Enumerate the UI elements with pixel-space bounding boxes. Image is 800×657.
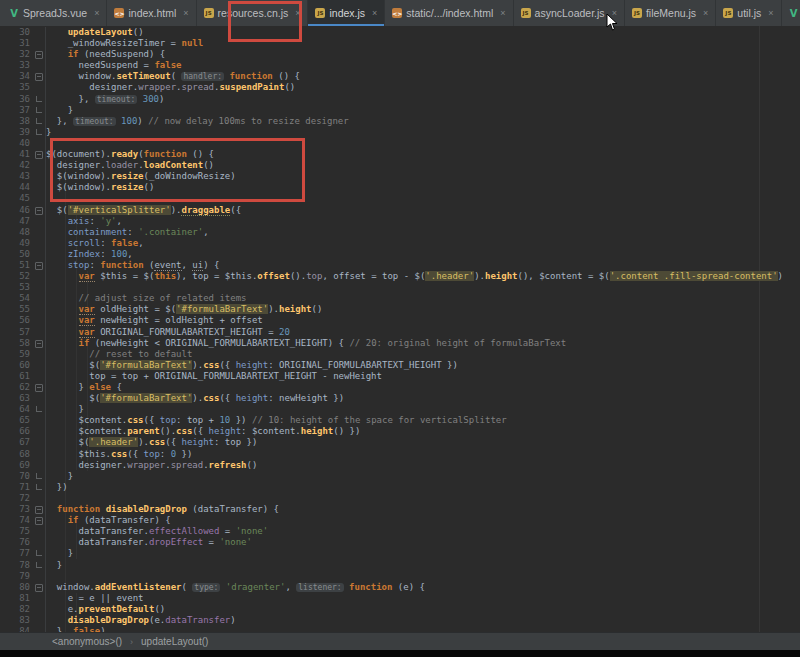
code-text[interactable]: containment: '.container',: [46, 227, 209, 238]
code-line: 82 e.preventDefault(): [0, 604, 800, 615]
line-number: 59: [0, 349, 34, 360]
tab-index.js[interactable]: JSindex.js×: [308, 0, 385, 26]
tab-SpreadJs.vue[interactable]: VSpreadJs.vue×: [2, 0, 107, 26]
line-number: 52: [0, 271, 34, 282]
code-text[interactable]: }): [46, 482, 68, 493]
code-line: 83 disableDragDrop(e.dataTransfer): [0, 615, 800, 626]
fold-collapse-icon[interactable]: [35, 262, 43, 270]
code-text[interactable]: stop: function (event, ui) {: [46, 260, 219, 271]
fold-collapse-icon[interactable]: [35, 73, 43, 81]
tab-App.vue[interactable]: VApp.vue×: [782, 0, 800, 26]
tab-close-icon[interactable]: ×: [500, 8, 505, 18]
code-text[interactable]: if (needSuspend) {: [46, 49, 165, 60]
code-text[interactable]: $(document).ready(function () {: [46, 149, 214, 160]
code-text[interactable]: } else {: [46, 382, 122, 393]
code-text[interactable]: var ORIGINAL_FORMULABARTEXT_HEIGHT = 20: [46, 327, 290, 338]
fold-collapse-icon[interactable]: [35, 207, 43, 215]
fold-end-icon[interactable]: [36, 129, 42, 135]
code-text[interactable]: window.setTimeout( handler: function () …: [46, 71, 300, 82]
breadcrumb-item[interactable]: <anonymous>(): [52, 636, 122, 647]
fold-collapse-icon[interactable]: [35, 584, 43, 592]
code-text[interactable]: designer.wrapper.spread.suspendPaint(): [46, 82, 295, 93]
code-text[interactable]: }, timeout: 300): [46, 94, 164, 105]
code-text[interactable]: }: [46, 105, 73, 116]
fold-end-icon[interactable]: [36, 550, 42, 556]
code-text[interactable]: if (newHeight < ORIGINAL_FORMULABARTEXT_…: [46, 338, 566, 349]
code-editor[interactable]: 30 updateLayout()31 _windowResizeTimer =…: [0, 26, 800, 632]
fold-end-icon[interactable]: [36, 484, 42, 490]
tab-util.js[interactable]: JSutil.js×: [716, 0, 781, 26]
breadcrumb-item[interactable]: updateLayout(): [141, 636, 208, 647]
code-text[interactable]: }: [46, 471, 73, 482]
code-text[interactable]: $('.header').css({ height: top }): [46, 437, 257, 448]
line-number: 41: [0, 149, 34, 160]
code-text[interactable]: $(window).resize(_doWindowResize): [46, 171, 236, 182]
tab-close-icon[interactable]: ×: [183, 8, 188, 18]
fold-collapse-icon[interactable]: [35, 517, 43, 525]
code-text[interactable]: window.addEventListener( type: 'dragente…: [46, 582, 425, 593]
fold-end-icon[interactable]: [36, 406, 42, 412]
code-text[interactable]: e = e || event: [46, 593, 144, 604]
code-text[interactable]: axis: 'y',: [46, 216, 122, 227]
code-line: 59 // reset to default: [0, 349, 800, 360]
tab-close-icon[interactable]: ×: [703, 8, 708, 18]
code-text[interactable]: designer.loader.loadContent(): [46, 160, 214, 171]
fold-collapse-icon[interactable]: [35, 384, 43, 392]
fold-end-icon[interactable]: [36, 118, 42, 124]
code-text[interactable]: }: [46, 127, 51, 138]
code-text[interactable]: $('#verticalSplitter').draggable({: [46, 205, 241, 216]
code-text[interactable]: }: [46, 548, 73, 559]
fold-collapse-icon[interactable]: [35, 51, 43, 59]
code-text[interactable]: needSuspend = false: [46, 60, 181, 71]
code-text[interactable]: dataTransfer.effectAllowed = 'none': [46, 526, 268, 537]
fold-gutter: [34, 249, 46, 260]
code-text[interactable]: _windowResizeTimer = null: [46, 38, 203, 49]
code-text[interactable]: $content.parent().css({ height: $content…: [46, 426, 360, 437]
tab-close-icon[interactable]: ×: [372, 8, 377, 18]
code-text[interactable]: // reset to default: [46, 349, 192, 360]
code-text[interactable]: if (dataTransfer) {: [46, 515, 171, 526]
fold-end-icon[interactable]: [36, 562, 42, 568]
fold-collapse-icon[interactable]: [35, 151, 43, 159]
tab-fileMenu.js[interactable]: JSfileMenu.js×: [625, 0, 716, 26]
code-text[interactable]: dataTransfer.dropEffect = 'none': [46, 537, 252, 548]
line-number: 67: [0, 437, 34, 448]
code-text[interactable]: $('#formulaBarText').css({ height: newHe…: [46, 393, 344, 404]
tab-index.html[interactable]: <>index.html×: [107, 0, 196, 26]
tab-close-icon[interactable]: ×: [768, 8, 773, 18]
code-text[interactable]: $content.css({ top: top + 10 }) // 10: h…: [46, 415, 507, 426]
code-text[interactable]: }: [46, 404, 84, 415]
line-number: 70: [0, 471, 34, 482]
code-text[interactable]: designer.wrapper.spread.refresh(): [46, 460, 257, 471]
fold-end-icon[interactable]: [36, 96, 42, 102]
code-text[interactable]: }, timeout: 100) // now delay 100ms to r…: [46, 116, 349, 127]
code-text[interactable]: var $this = $(this), top = $this.offset(…: [46, 271, 783, 282]
tab-close-icon[interactable]: ×: [94, 8, 99, 18]
tab-close-icon[interactable]: ×: [295, 8, 300, 18]
fold-gutter: [34, 615, 46, 626]
code-text[interactable]: $this.css({ top: 0 }): [46, 449, 192, 460]
tab-resources.cn.js[interactable]: JSresources.cn.js×: [197, 0, 309, 26]
tab-static/.../index.html[interactable]: <>static/.../index.html×: [385, 0, 513, 26]
code-line: 54 // adjust size of related items: [0, 293, 800, 304]
fold-end-icon[interactable]: [36, 473, 42, 479]
fold-collapse-icon[interactable]: [35, 340, 43, 348]
code-line: 64 }: [0, 404, 800, 415]
code-text[interactable]: $(window).resize(): [46, 182, 154, 193]
code-text[interactable]: updateLayout(): [46, 27, 144, 38]
code-text[interactable]: }: [46, 560, 62, 571]
code-text[interactable]: // adjust size of related items: [46, 293, 247, 304]
fold-end-icon[interactable]: [36, 107, 42, 113]
code-text[interactable]: zIndex: 100,: [46, 249, 133, 260]
code-text[interactable]: e.preventDefault(): [46, 604, 165, 615]
code-text[interactable]: var newHeight = oldHeight + offset: [46, 315, 263, 326]
fold-collapse-icon[interactable]: [35, 506, 43, 514]
code-text[interactable]: top = top + ORIGINAL_FORMULABARTEXT_HEIG…: [46, 371, 382, 382]
line-number: 31: [0, 38, 34, 49]
code-text[interactable]: function disableDragDrop (dataTransfer) …: [46, 504, 279, 515]
code-text[interactable]: var oldHeight = $('#formulaBarText').hei…: [46, 304, 322, 315]
code-text[interactable]: scroll: false,: [46, 238, 144, 249]
code-line: 56 var newHeight = oldHeight + offset: [0, 315, 800, 326]
code-text[interactable]: $('#formulaBarText').css({ height: ORIGI…: [46, 360, 458, 371]
code-text[interactable]: disableDragDrop(e.dataTransfer): [46, 615, 236, 626]
